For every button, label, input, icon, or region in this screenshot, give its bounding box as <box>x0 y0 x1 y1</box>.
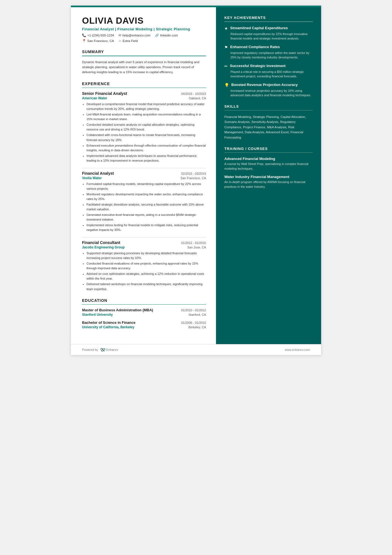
training-section: TRAINING / COURSES Advanced Financial Mo… <box>224 147 313 189</box>
phone-icon: 📞 <box>82 33 86 37</box>
job-2-bullet-2: Monitored regulatory developments impact… <box>86 192 206 201</box>
resume-wrapper: OLIVIA DAVIS Financial Analyst | Financi… <box>71 6 321 355</box>
job-3-bullets: Supported strategic planning processes b… <box>82 251 206 291</box>
star-icon: ☆ <box>118 39 121 43</box>
job-3-header: Financial Consultant 01/2012 - 01/2015 <box>82 240 206 245</box>
job-1-bullet-3: Conducted detailed scenario analysis on … <box>86 122 206 132</box>
location-text: San Francisco, CA <box>87 39 114 43</box>
education-divider <box>82 304 206 305</box>
edu-2-degree: Bachelor of Science in Finance <box>82 320 135 325</box>
job-2-bullet-3: Facilitated strategic divestiture analys… <box>86 202 206 212</box>
footer-website: www.enhancv.com <box>285 348 310 351</box>
achievement-1-desc: Reduced capital expenditures by 22% thro… <box>224 32 313 41</box>
edu-1-dates: 01/2010 - 01/2012 <box>181 309 206 312</box>
achievement-3-title: Successful Strategic Investment <box>230 64 286 68</box>
footer: Powered by Enhancv www.enhancv.com <box>71 344 321 355</box>
experience-title: EXPERIENCE <box>82 82 206 86</box>
achievement-3-icon: ✏ <box>224 64 228 68</box>
job-2: Financial Analyst 02/2015 - 03/2019 Veol… <box>82 168 206 232</box>
job-3-bullet-1: Supported strategic planning processes b… <box>86 251 206 260</box>
job-1-title: Senior Financial Analyst <box>82 91 127 96</box>
email-icon: ✉ <box>118 33 121 37</box>
skills-title: SKILLS <box>224 104 313 108</box>
title-2: Financial Modeling <box>117 27 152 31</box>
achievement-3-header: ✏ Successful Strategic Investment <box>224 64 313 68</box>
edu-2-dates: 01/2006 - 01/2010 <box>181 321 206 324</box>
email-contact: ✉ help@enhancv.com <box>118 33 150 37</box>
achievement-4-header: 💡 Boosted Revenue Projection Accuracy <box>224 83 313 87</box>
edu-1: Master of Business Administration (MBA) … <box>82 308 206 317</box>
job-1-bullets: Developed a comprehensive financial mode… <box>82 102 206 163</box>
education-title: EDUCATION <box>82 298 206 303</box>
skills-section: SKILLS Financial Modeling, Strategic Pla… <box>224 104 313 140</box>
experience-divider <box>82 88 206 88</box>
achievement-2-icon: ⚑ <box>224 45 228 50</box>
edu-2-school: University of California, Berkeley <box>82 325 134 329</box>
enhancv-logo: Enhancv <box>100 348 118 352</box>
job-1-bullet-6: Implemented advanced data analysis techn… <box>86 154 206 163</box>
job-3-title: Financial Consultant <box>82 240 120 245</box>
achievement-4: 💡 Boosted Revenue Projection Accuracy In… <box>224 83 313 98</box>
job-1-location: Oakland, CA <box>189 97 206 100</box>
job-2-company-row: Veolia Water San Francisco, CA <box>82 176 206 180</box>
job-2-bullet-5: Implemented stress testing for financial… <box>86 223 206 232</box>
job-2-header: Financial Analyst 02/2015 - 03/2019 <box>82 171 206 176</box>
achievement-2-title: Enhanced Compliance Rates <box>230 45 280 50</box>
edu-2-school-row: University of California, Berkeley Berke… <box>82 325 206 329</box>
training-2: Water Industry Financial Management An i… <box>224 175 313 189</box>
logo-svg <box>100 348 105 352</box>
footer-brand: Powered by Enhancv <box>82 348 118 352</box>
header: OLIVIA DAVIS Financial Analyst | Financi… <box>82 16 206 43</box>
contact-row: 📞 +1-(234)-555-1234 ✉ help@enhancv.com 🔗… <box>82 33 206 43</box>
job-2-company: Veolia Water <box>82 176 102 180</box>
edu-2-location: Berkeley, CA <box>188 325 206 329</box>
achievement-2-desc: Improved regulatory compliance within th… <box>224 51 313 60</box>
left-column: OLIVIA DAVIS Financial Analyst | Financi… <box>71 7 216 344</box>
training-1: Advanced Financial Modeling A course by … <box>224 157 313 171</box>
linkedin-contact: 🔗 linkedin.com <box>155 33 178 37</box>
achievement-3: ✏ Successful Strategic Investment Played… <box>224 64 313 79</box>
job-3-company-row: Jacobs Engineering Group San Jose, CA <box>82 245 206 249</box>
achievements-title: KEY ACHIEVEMENTS <box>224 16 313 20</box>
achievement-1-title: Streamlined Capital Expenditures <box>230 26 288 31</box>
job-2-bullet-1: Formulated capital financing models, str… <box>86 182 206 191</box>
job-3-company: Jacobs Engineering Group <box>82 245 125 249</box>
edu-2: Bachelor of Science in Finance 01/2006 -… <box>82 320 206 329</box>
training-title: TRAINING / COURSES <box>224 147 313 151</box>
job-3-bullet-3: Advised on cost optimization strategies,… <box>86 272 206 281</box>
candidate-titles: Financial Analyst | Financial Modeling |… <box>82 27 206 31</box>
job-1-bullet-5: Enhanced executive presentations through… <box>86 143 206 153</box>
job-1-bullet-1: Developed a comprehensive financial mode… <box>86 102 206 111</box>
edu-1-location: Stanford, CA <box>188 313 206 316</box>
title-1: Financial Analyst <box>82 27 114 31</box>
summary-divider <box>82 56 206 56</box>
training-divider <box>224 152 313 153</box>
job-3-divider <box>82 237 206 238</box>
right-column: KEY ACHIEVEMENTS ★ Streamlined Capital E… <box>216 7 321 344</box>
job-3-location: San Jose, CA <box>187 246 206 249</box>
location-icon: 📍 <box>82 39 86 43</box>
link-icon: 🔗 <box>155 33 159 37</box>
achievement-4-title: Boosted Revenue Projection Accuracy <box>231 83 298 87</box>
job-2-bullet-4: Generated executive-level financial repo… <box>86 213 206 222</box>
achievement-3-desc: Played a critical role in securing a $50… <box>224 70 313 79</box>
achievement-2: ⚑ Enhanced Compliance Rates Improved reg… <box>224 45 313 60</box>
job-3-dates: 01/2012 - 01/2015 <box>181 241 206 245</box>
achievements-divider <box>224 21 313 22</box>
job-3-bullet-4: Delivered tailored workshops on financia… <box>86 282 206 291</box>
job-3: Financial Consultant 01/2012 - 01/2015 J… <box>82 237 206 291</box>
job-2-dates: 02/2015 - 03/2019 <box>181 172 206 175</box>
extra-field: Extra Field <box>123 39 138 43</box>
extra-contact: ☆ Extra Field <box>118 39 138 43</box>
job-2-title: Financial Analyst <box>82 171 114 176</box>
skills-divider <box>224 110 313 111</box>
job-2-bullets: Formulated capital financing models, str… <box>82 182 206 232</box>
skills-text: Financial Modeling, Strategic Planning, … <box>224 114 313 140</box>
achievement-1-header: ★ Streamlined Capital Expenditures <box>224 26 313 31</box>
training-2-title: Water Industry Financial Management <box>224 175 313 179</box>
summary-title: SUMMARY <box>82 50 206 54</box>
edu-2-header: Bachelor of Science in Finance 01/2006 -… <box>82 320 206 325</box>
job-2-divider <box>82 168 206 168</box>
job-1-bullet-2: Led M&A financial analysis team, making … <box>86 112 206 122</box>
title-separator-2: | <box>153 27 156 31</box>
